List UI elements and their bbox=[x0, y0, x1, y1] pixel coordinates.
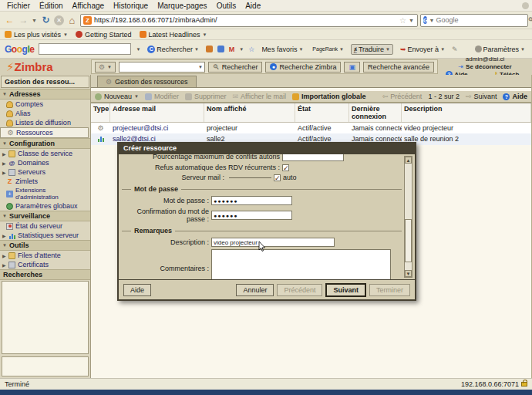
url-bar[interactable]: Z https://192.168.0.66:7071/zimbraAdmin/… bbox=[80, 14, 418, 27]
section-header-configuration[interactable]: ▼Configuration bbox=[0, 138, 90, 149]
supprimer-button[interactable]: Supprimer bbox=[185, 93, 227, 100]
sidebar-item-classe-de-service[interactable]: ▶Classe de service bbox=[0, 149, 90, 158]
dialog-suivant-button[interactable]: Suivant bbox=[325, 283, 366, 297]
dialog-title-bar[interactable]: Créer ressource bbox=[119, 143, 415, 154]
sidebar-item-serveurs[interactable]: ▶Serveurs bbox=[0, 167, 90, 177]
zimbra-search-input[interactable]: ▼ bbox=[119, 62, 205, 73]
toolbar-search-button[interactable]: C Rechercher ▼ bbox=[145, 45, 200, 54]
star-icon[interactable]: ☆ bbox=[248, 46, 254, 53]
sidebar-item-certificats[interactable]: ▶Certificats bbox=[0, 260, 90, 269]
menu-aide[interactable]: Aide bbox=[241, 1, 264, 11]
sidebar-item-files-attente[interactable]: ▶Files d'attente bbox=[0, 251, 90, 260]
chevron-down-icon[interactable]: ▼ bbox=[198, 65, 203, 69]
auto-checkbox[interactable]: ✓ bbox=[274, 174, 281, 181]
bookmark-star-icon[interactable]: ☆ bbox=[399, 16, 406, 25]
stop-button[interactable]: ✕ bbox=[54, 15, 64, 25]
google-engine-icon[interactable]: G bbox=[423, 16, 427, 24]
sidebar-item-alias[interactable]: Alias bbox=[0, 109, 90, 118]
expand-icon[interactable]: ▶ bbox=[2, 233, 6, 238]
importation-globale-button[interactable]: Importation globale bbox=[292, 93, 366, 100]
sidebar-item-statistiques-serveur[interactable]: ▶Statistiques serveur bbox=[0, 231, 90, 240]
col-nom-affiche[interactable]: Nom affiché bbox=[204, 103, 295, 122]
sidebar-item-comptes[interactable]: Comptes bbox=[0, 100, 90, 109]
sidebar-item-zimlets[interactable]: ZZimlets bbox=[0, 177, 90, 186]
scrollbar-thumb[interactable] bbox=[405, 219, 412, 262]
cell-email[interactable]: projecteur@dtsi.ci bbox=[110, 123, 204, 133]
toolbar-bookmarks-icon[interactable] bbox=[217, 46, 224, 52]
settings-button[interactable]: Paramètres ▼ bbox=[473, 45, 527, 54]
aide-button[interactable]: ?Aide bbox=[503, 93, 527, 100]
reload-button[interactable]: ↻ bbox=[40, 15, 52, 26]
history-dropdown-icon[interactable]: ▼ bbox=[32, 18, 38, 23]
col-adresse-mail[interactable]: Adresse mail bbox=[110, 103, 204, 122]
pagerank-button[interactable]: PageRank ▼ bbox=[310, 46, 346, 52]
google-toolbar-search-input[interactable] bbox=[39, 43, 131, 55]
sidebar-item-parametres-globaux[interactable]: Paramètres globaux bbox=[0, 201, 90, 211]
sidebar-item-domaines[interactable]: ▶@Domaines bbox=[0, 158, 90, 167]
comments-textarea[interactable] bbox=[211, 249, 391, 279]
menu-affichage[interactable]: Affichage bbox=[69, 1, 109, 11]
dialog-precedent-button[interactable]: Précédent bbox=[277, 284, 322, 296]
search-go-icon[interactable]: 🔍︎ bbox=[527, 16, 532, 24]
sidebar-item-extensions-admin[interactable]: +Extensions d'administration bbox=[0, 186, 90, 201]
expand-icon[interactable]: ▶ bbox=[2, 170, 6, 175]
sidebar-item-etat-du-serveur[interactable]: État du serveur bbox=[0, 221, 90, 231]
tab-gestion-des-ressources[interactable]: ⚙ Gestion des ressources bbox=[97, 76, 197, 87]
col-derniere-connexion[interactable]: Dernière connexion bbox=[349, 103, 402, 122]
confirm-password-input[interactable]: ●●●●●● bbox=[211, 211, 292, 220]
engine-dropdown-icon[interactable]: ▼ bbox=[429, 18, 434, 23]
menu-edition[interactable]: Édition bbox=[35, 1, 67, 11]
gmail-icon[interactable]: M bbox=[229, 46, 235, 53]
sidebar-item-ressources[interactable]: ⚙Ressources bbox=[0, 127, 89, 138]
scroll-down-icon[interactable]: ▼ bbox=[405, 270, 412, 277]
afficher-le-mail-button[interactable]: ✉Afficher le mail bbox=[233, 93, 286, 100]
translate-button[interactable]: ⱥ̲ Traduire ▼ bbox=[351, 44, 393, 55]
table-row[interactable]: ⚙ projecteur@dtsi.ci projecteur Actif/ac… bbox=[91, 123, 531, 133]
nouveau-button[interactable]: Nouveau▼ bbox=[95, 93, 139, 100]
recherche-avancee-button[interactable]: Recherche avancée bbox=[363, 62, 434, 73]
dialog-annuler-button[interactable]: Annuler bbox=[236, 284, 274, 296]
max-conflicts-input[interactable] bbox=[282, 154, 344, 161]
menu-historique[interactable]: Historique bbox=[109, 1, 152, 11]
col-description[interactable]: Description bbox=[402, 103, 531, 122]
dialog-aide-button[interactable]: Aide bbox=[123, 284, 151, 296]
recherche-zimbra-button[interactable]: ● Recherche Zimbra bbox=[265, 62, 341, 73]
rechercher-button[interactable]: 🔍︎ Rechercher bbox=[208, 62, 263, 73]
toolbar-misc-icon[interactable] bbox=[206, 46, 213, 52]
dialog-terminer-button[interactable]: Terminer bbox=[369, 284, 410, 296]
scroll-up-icon[interactable]: ▲ bbox=[405, 157, 412, 164]
searches-header[interactable]: Recherches bbox=[0, 269, 90, 280]
send-to-button[interactable]: ➥ Envoyer à ▼ bbox=[398, 45, 447, 54]
auto-decline-checkbox[interactable]: ✓ bbox=[282, 164, 289, 171]
home-button[interactable]: ⌂ bbox=[66, 15, 78, 26]
expand-icon[interactable]: ▶ bbox=[2, 253, 6, 258]
dialog-scrollbar[interactable]: ▲ ▼ bbox=[404, 156, 412, 278]
search-engine-box[interactable]: G ▼ 🔍︎ bbox=[420, 14, 528, 27]
password-input[interactable]: ●●●●●● bbox=[211, 196, 292, 205]
url-text[interactable]: https://192.168.0.66:7071/zimbraAdmin/ bbox=[94, 16, 397, 24]
bookmark-latest-headlines[interactable]: Latest Headlines ▼ bbox=[140, 31, 207, 39]
precedent-button[interactable]: ⇦Précédent bbox=[382, 93, 423, 100]
bookmark-most-visited[interactable]: Les plus visités ▼ bbox=[5, 31, 68, 39]
url-dropdown-icon[interactable]: ▼ bbox=[409, 18, 415, 23]
favorites-button[interactable]: Mes favoris ▼ bbox=[259, 45, 305, 54]
web-search-input[interactable] bbox=[436, 16, 526, 24]
suivant-button[interactable]: ⇨Suivant bbox=[466, 93, 497, 100]
expand-icon[interactable]: ▶ bbox=[2, 160, 6, 166]
section-header-outils[interactable]: ▼Outils bbox=[0, 240, 90, 251]
sidebar-item-listes-diffusion[interactable]: Listes de diffusion bbox=[0, 118, 90, 127]
chevron-down-icon[interactable]: ▼ bbox=[136, 47, 140, 52]
back-button[interactable]: ← bbox=[4, 15, 15, 26]
logout-link[interactable]: ⇥ Se déconnecter bbox=[441, 63, 529, 71]
forward-button[interactable]: → bbox=[18, 15, 29, 26]
bookmark-getting-started[interactable]: Getting Started bbox=[76, 31, 132, 39]
menu-fichier[interactable]: Fichier bbox=[3, 1, 34, 11]
description-input[interactable]: video projecteur bbox=[211, 238, 335, 247]
expand-icon[interactable]: ▶ bbox=[2, 151, 6, 157]
modifier-button[interactable]: Modifier bbox=[145, 93, 179, 100]
section-header-surveillance[interactable]: ▼Surveillance bbox=[0, 211, 90, 221]
col-type[interactable]: Type bbox=[91, 103, 110, 122]
section-header-adresses[interactable]: ▼Adresses bbox=[0, 89, 90, 100]
menu-outils[interactable]: Outils bbox=[213, 1, 241, 11]
menu-marque-pages[interactable]: Marque-pages bbox=[153, 1, 210, 11]
